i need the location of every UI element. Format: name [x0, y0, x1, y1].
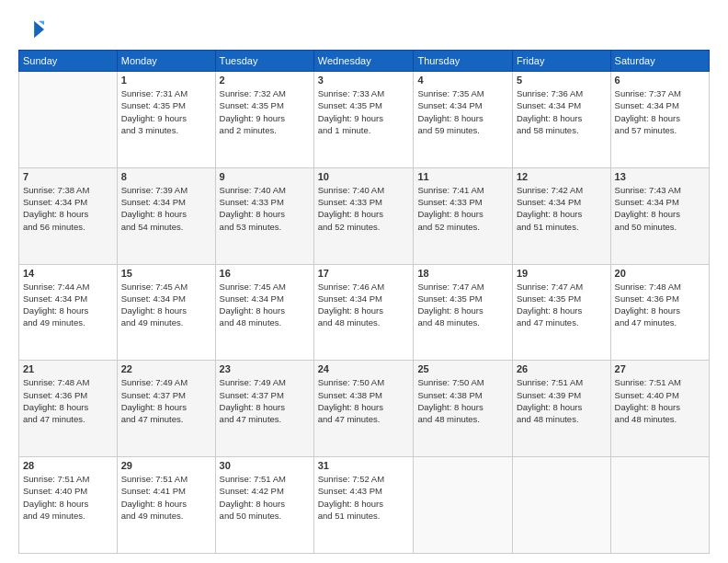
- calendar-cell: 23Sunrise: 7:49 AMSunset: 4:37 PMDayligh…: [215, 361, 313, 457]
- cell-info: Sunrise: 7:42 AMSunset: 4:34 PMDaylight:…: [517, 184, 607, 233]
- day-number: 14: [23, 268, 113, 279]
- logo-icon: [18, 17, 44, 42]
- calendar-cell: 24Sunrise: 7:50 AMSunset: 4:38 PMDayligh…: [313, 361, 414, 457]
- calendar-cell: 1Sunrise: 7:31 AMSunset: 4:35 PMDaylight…: [117, 72, 215, 168]
- day-header-friday: Friday: [512, 51, 610, 72]
- cell-info: Sunrise: 7:43 AMSunset: 4:34 PMDaylight:…: [615, 184, 705, 233]
- calendar-cell: 21Sunrise: 7:48 AMSunset: 4:36 PMDayligh…: [19, 361, 118, 457]
- day-number: 5: [517, 75, 607, 86]
- day-number: 7: [23, 171, 113, 182]
- calendar-cell: 22Sunrise: 7:49 AMSunset: 4:37 PMDayligh…: [117, 361, 215, 457]
- calendar-cell: 19Sunrise: 7:47 AMSunset: 4:35 PMDayligh…: [512, 264, 610, 361]
- calendar-cell: 12Sunrise: 7:42 AMSunset: 4:34 PMDayligh…: [512, 167, 610, 264]
- day-number: 22: [121, 363, 211, 374]
- calendar-week-row: 7Sunrise: 7:38 AMSunset: 4:34 PMDaylight…: [19, 167, 710, 264]
- calendar-week-row: 21Sunrise: 7:48 AMSunset: 4:36 PMDayligh…: [19, 361, 710, 457]
- day-header-thursday: Thursday: [414, 51, 513, 72]
- day-number: 16: [220, 268, 310, 279]
- calendar-cell: 17Sunrise: 7:46 AMSunset: 4:34 PMDayligh…: [313, 264, 414, 361]
- cell-info: Sunrise: 7:45 AMSunset: 4:34 PMDaylight:…: [220, 281, 310, 329]
- cell-info: Sunrise: 7:40 AMSunset: 4:33 PMDaylight:…: [318, 184, 410, 233]
- calendar-cell: 7Sunrise: 7:38 AMSunset: 4:34 PMDaylight…: [19, 167, 118, 264]
- day-number: 31: [318, 460, 410, 471]
- cell-info: Sunrise: 7:37 AMSunset: 4:34 PMDaylight:…: [615, 87, 705, 136]
- calendar-cell: [512, 457, 610, 554]
- day-number: 30: [220, 460, 310, 471]
- calendar-cell: 6Sunrise: 7:37 AMSunset: 4:34 PMDaylight…: [610, 72, 709, 168]
- day-number: 13: [615, 171, 705, 182]
- calendar-cell: 26Sunrise: 7:51 AMSunset: 4:39 PMDayligh…: [512, 361, 610, 457]
- day-number: 29: [121, 460, 211, 471]
- calendar-cell: 10Sunrise: 7:40 AMSunset: 4:33 PMDayligh…: [313, 167, 414, 264]
- day-number: 21: [23, 363, 113, 374]
- day-number: 9: [220, 171, 310, 182]
- cell-info: Sunrise: 7:48 AMSunset: 4:36 PMDaylight:…: [23, 376, 113, 425]
- calendar-week-row: 28Sunrise: 7:51 AMSunset: 4:40 PMDayligh…: [19, 457, 710, 554]
- calendar-cell: 4Sunrise: 7:35 AMSunset: 4:34 PMDaylight…: [414, 72, 513, 168]
- cell-info: Sunrise: 7:47 AMSunset: 4:35 PMDaylight:…: [417, 281, 508, 329]
- cell-info: Sunrise: 7:50 AMSunset: 4:38 PMDaylight:…: [318, 376, 410, 425]
- day-number: 20: [615, 268, 705, 279]
- day-header-monday: Monday: [117, 51, 215, 72]
- day-number: 27: [615, 363, 705, 374]
- day-number: 28: [23, 460, 113, 471]
- svg-marker-1: [39, 21, 44, 26]
- cell-info: Sunrise: 7:49 AMSunset: 4:37 PMDaylight:…: [121, 376, 211, 425]
- day-number: 8: [121, 171, 211, 182]
- day-number: 4: [417, 75, 508, 86]
- calendar-cell: 20Sunrise: 7:48 AMSunset: 4:36 PMDayligh…: [610, 264, 709, 361]
- cell-info: Sunrise: 7:47 AMSunset: 4:35 PMDaylight:…: [517, 281, 607, 329]
- cell-info: Sunrise: 7:51 AMSunset: 4:40 PMDaylight:…: [23, 473, 113, 522]
- calendar-cell: 28Sunrise: 7:51 AMSunset: 4:40 PMDayligh…: [19, 457, 118, 554]
- cell-info: Sunrise: 7:44 AMSunset: 4:34 PMDaylight:…: [23, 281, 113, 329]
- day-number: 3: [318, 75, 410, 86]
- calendar-cell: 9Sunrise: 7:40 AMSunset: 4:33 PMDaylight…: [215, 167, 313, 264]
- calendar-week-row: 14Sunrise: 7:44 AMSunset: 4:34 PMDayligh…: [19, 264, 710, 361]
- cell-info: Sunrise: 7:32 AMSunset: 4:35 PMDaylight:…: [220, 87, 310, 136]
- cell-info: Sunrise: 7:40 AMSunset: 4:33 PMDaylight:…: [220, 184, 310, 233]
- cell-info: Sunrise: 7:35 AMSunset: 4:34 PMDaylight:…: [417, 87, 508, 136]
- calendar-cell: 18Sunrise: 7:47 AMSunset: 4:35 PMDayligh…: [414, 264, 513, 361]
- cell-info: Sunrise: 7:51 AMSunset: 4:41 PMDaylight:…: [121, 473, 211, 522]
- calendar-cell: 14Sunrise: 7:44 AMSunset: 4:34 PMDayligh…: [19, 264, 118, 361]
- day-header-tuesday: Tuesday: [215, 51, 313, 72]
- day-header-wednesday: Wednesday: [313, 51, 414, 72]
- calendar-cell: 30Sunrise: 7:51 AMSunset: 4:42 PMDayligh…: [215, 457, 313, 554]
- cell-info: Sunrise: 7:39 AMSunset: 4:34 PMDaylight:…: [121, 184, 211, 233]
- cell-info: Sunrise: 7:51 AMSunset: 4:40 PMDaylight:…: [615, 376, 705, 425]
- day-number: 25: [417, 363, 508, 374]
- day-number: 18: [417, 268, 508, 279]
- cell-info: Sunrise: 7:49 AMSunset: 4:37 PMDaylight:…: [220, 376, 310, 425]
- cell-info: Sunrise: 7:46 AMSunset: 4:34 PMDaylight:…: [318, 281, 410, 329]
- calendar-cell: 15Sunrise: 7:45 AMSunset: 4:34 PMDayligh…: [117, 264, 215, 361]
- day-number: 17: [318, 268, 410, 279]
- calendar-cell: 11Sunrise: 7:41 AMSunset: 4:33 PMDayligh…: [414, 167, 513, 264]
- cell-info: Sunrise: 7:52 AMSunset: 4:43 PMDaylight:…: [318, 473, 410, 522]
- logo: [18, 17, 48, 42]
- day-number: 19: [517, 268, 607, 279]
- calendar-cell: 16Sunrise: 7:45 AMSunset: 4:34 PMDayligh…: [215, 264, 313, 361]
- day-number: 10: [318, 171, 410, 182]
- cell-info: Sunrise: 7:33 AMSunset: 4:35 PMDaylight:…: [318, 87, 410, 136]
- calendar-cell: 25Sunrise: 7:50 AMSunset: 4:38 PMDayligh…: [414, 361, 513, 457]
- day-number: 6: [615, 75, 705, 86]
- calendar-header-row: SundayMondayTuesdayWednesdayThursdayFrid…: [19, 51, 710, 72]
- cell-info: Sunrise: 7:36 AMSunset: 4:34 PMDaylight:…: [517, 87, 607, 136]
- day-number: 15: [121, 268, 211, 279]
- calendar-cell: [19, 72, 118, 168]
- calendar-cell: 5Sunrise: 7:36 AMSunset: 4:34 PMDaylight…: [512, 72, 610, 168]
- page: SundayMondayTuesdayWednesdayThursdayFrid…: [0, 0, 728, 563]
- day-number: 23: [220, 363, 310, 374]
- calendar-cell: 31Sunrise: 7:52 AMSunset: 4:43 PMDayligh…: [313, 457, 414, 554]
- cell-info: Sunrise: 7:41 AMSunset: 4:33 PMDaylight:…: [417, 184, 508, 233]
- cell-info: Sunrise: 7:31 AMSunset: 4:35 PMDaylight:…: [121, 87, 211, 136]
- calendar-cell: 13Sunrise: 7:43 AMSunset: 4:34 PMDayligh…: [610, 167, 709, 264]
- day-number: 11: [417, 171, 508, 182]
- day-header-saturday: Saturday: [610, 51, 709, 72]
- day-header-sunday: Sunday: [19, 51, 118, 72]
- cell-info: Sunrise: 7:38 AMSunset: 4:34 PMDaylight:…: [23, 184, 113, 233]
- calendar-cell: 27Sunrise: 7:51 AMSunset: 4:40 PMDayligh…: [610, 361, 709, 457]
- calendar-cell: 8Sunrise: 7:39 AMSunset: 4:34 PMDaylight…: [117, 167, 215, 264]
- cell-info: Sunrise: 7:51 AMSunset: 4:39 PMDaylight:…: [517, 376, 607, 425]
- day-number: 12: [517, 171, 607, 182]
